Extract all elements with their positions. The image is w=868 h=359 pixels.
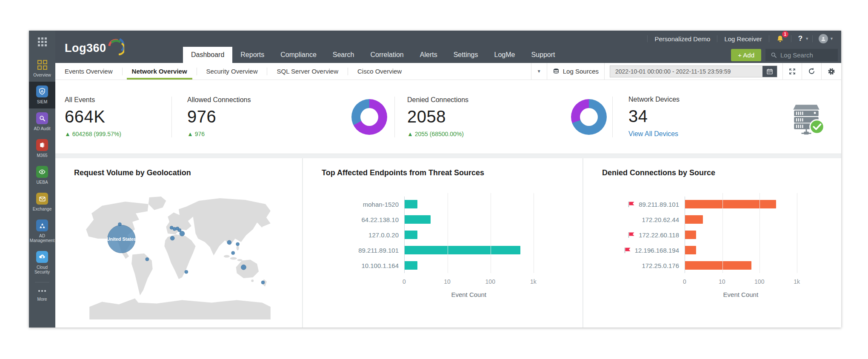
map-point-germany [180,231,185,236]
app-launcher-icon[interactable] [38,37,47,46]
panel-geolocation: Request Volume by Geolocation [55,158,302,328]
subtab-sql-server-overview[interactable]: SQL Server Overview [267,63,348,80]
nav-tab-dashboard[interactable]: Dashboard [183,47,232,63]
stat-label: Network Devices [628,96,787,103]
cloud-lock-icon [36,251,48,263]
subtab-network-overview[interactable]: Network Overview [123,63,197,80]
user-avatar[interactable] [819,34,828,43]
sidebar-item-exchange[interactable]: Exchange [29,189,55,216]
devices-donut-chart [571,99,607,135]
nav-tab-reports[interactable]: Reports [232,47,272,63]
map-point-indonesia [231,251,235,255]
stat-value: 664K [65,107,121,126]
calendar-button[interactable] [762,66,777,77]
office-icon [36,139,48,151]
dashboard-dropdown-button[interactable]: ▼ [531,63,547,80]
x-axis-tick: 0 [403,278,406,285]
flag-icon [628,201,635,208]
bar-chart-plot [404,197,570,273]
sidebar-item-overview[interactable]: Overview [29,55,55,82]
bar-chart-labels: 89.211.89.101172.20.62.44172.22.60.11812… [583,197,685,273]
settings-button[interactable] [821,63,841,80]
sidebar-item-ad-management[interactable]: AD Management [29,216,55,247]
eye-icon [36,166,48,178]
stat-delta: ▲ 976 [187,131,351,137]
add-button[interactable]: + Add [731,49,761,61]
panel-top-affected-endpoints: Top Affected Endpoints from Threat Sourc… [302,158,582,328]
bar [405,231,417,239]
stat-card-allowed-connections: Allowed Connections 976 ▲ 976 [172,80,394,154]
bar-chart-denied-sources: 89.211.89.101172.20.62.44172.22.60.11812… [583,197,828,273]
map-point-new-zealand [261,281,265,284]
magnifier-icon [36,112,48,124]
bar [685,215,703,224]
log-search-input[interactable]: Log Search [765,49,838,61]
bar-category-label: 10.100.1.164 [303,258,404,273]
sidebar-item-ueba[interactable]: UEBA [29,162,55,189]
notifications-button[interactable]: 1 [769,34,791,43]
bar-chart-top-affected: mohan-152064.22.138.10127.0.0.2089.211.8… [303,197,570,273]
bar [685,231,696,239]
subtab-bar: Events OverviewNetwork OverviewSecurity … [55,63,841,80]
nav-tab-alerts[interactable]: Alerts [412,47,445,63]
bar-category-label: 127.0.0.20 [303,227,404,242]
overview-icon [36,59,48,71]
x-axis-tick: 100 [485,278,495,285]
gear-icon [827,67,836,76]
bar-category-label: 89.211.89.101 [583,197,685,212]
chevron-down-icon: ▼ [537,69,541,74]
world-map: United States [84,197,276,321]
subtab-security-overview[interactable]: Security Overview [197,63,267,80]
subtab-events-overview[interactable]: Events Overview [55,63,122,80]
view-all-devices-link[interactable]: View All Devices [628,130,787,138]
refresh-button[interactable] [802,63,821,80]
nav-tab-search[interactable]: Search [325,47,363,63]
log-search-placeholder: Log Search [780,51,813,59]
chevron-down-icon: ▼ [830,37,834,41]
bar [685,246,696,254]
stat-value: 34 [628,107,787,126]
bar [685,261,751,270]
topbar: Personalized Demo Log Receiver 1 ? ▼ ▼ [647,31,837,47]
log-sources-button[interactable]: Log Sources [547,63,604,80]
app-window: Overview SIEM AD Audit M365 UEBA [29,31,841,328]
refresh-icon [808,67,816,75]
help-button[interactable]: ? [791,34,805,43]
stat-card-denied-connections: Denied Connections 2058 ▲ 2055 (68500.00… [395,80,612,154]
sidebar-item-m365[interactable]: M365 [29,135,55,162]
x-axis-tick: 0 [683,278,686,285]
nav-right: + Add Log Search [731,49,838,61]
sidebar-item-more[interactable]: More [29,283,55,306]
sidebar-item-cloud-security[interactable]: Cloud Security [29,247,55,279]
chevron-down-icon: ▼ [805,37,809,41]
nav-tab-correlation[interactable]: Correlation [363,47,412,63]
personalized-demo-link[interactable]: Personalized Demo [648,35,717,43]
subtab-cisco-overview[interactable]: Cisco Overview [348,63,411,80]
x-axis-tick: 10 [719,278,725,285]
bar-category-label: 89.211.89.101 [303,242,404,258]
date-range-input[interactable] [610,66,762,77]
bar [405,261,417,270]
nav-tab-support[interactable]: Support [523,47,563,63]
log-receiver-link[interactable]: Log Receiver [717,35,768,43]
logo[interactable]: Log360 [65,37,124,57]
fullscreen-button[interactable] [782,63,802,80]
panel-title: Top Affected Endpoints from Threat Sourc… [322,168,484,177]
stats-row: All Events 664K ▲ 604268 (999.57%) Allow… [55,80,841,154]
sidebar-item-ad-audit[interactable]: AD Audit [29,108,55,135]
stat-label: Allowed Connections [187,96,351,104]
sidebar-item-label: More [37,297,47,302]
sidebar-item-label: AD Audit [34,126,51,131]
sidebar-item-label: Exchange [33,207,51,211]
bar-chart-ticks: 0101001k [685,278,828,287]
stat-label: Denied Connections [407,96,571,104]
nav-tab-compliance[interactable]: Compliance [272,47,324,63]
nav-tab-logme[interactable]: LogMe [486,47,523,63]
stat-card-all-events: All Events 664K ▲ 604268 (999.57%) [55,80,171,154]
sidebar-item-siem[interactable]: SIEM [29,82,55,108]
header: Log360 Personalized Demo Log Receiver 1 [55,31,841,63]
shield-icon [36,85,48,97]
nav-tab-settings[interactable]: Settings [445,47,486,63]
sidebar-item-label: AD Management [30,234,54,243]
x-axis-tick: 100 [754,278,764,285]
